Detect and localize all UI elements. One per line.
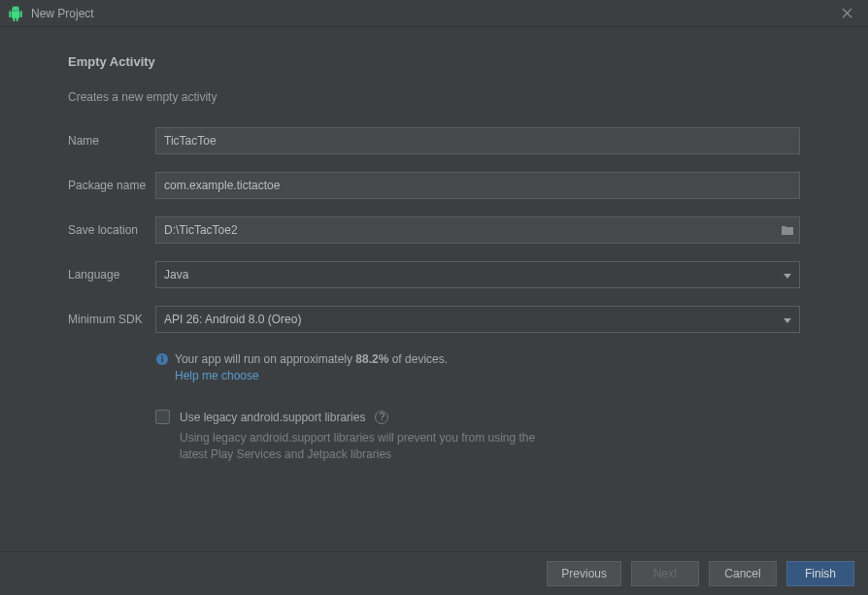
svg-rect-2 (161, 358, 163, 363)
legacy-block: Use legacy android.support libraries ? U… (155, 410, 800, 463)
location-label: Save location (68, 223, 155, 237)
compat-text: Your app will run on approximately 88.2%… (175, 352, 448, 366)
next-button[interactable]: Next (631, 561, 699, 586)
cancel-button[interactable]: Cancel (709, 561, 777, 586)
window-title: New Project (31, 7, 833, 20)
language-value: Java (164, 268, 188, 281)
info-block: Your app will run on approximately 88.2%… (155, 350, 800, 382)
svg-point-1 (161, 355, 163, 357)
legacy-desc: Using legacy android.support libraries w… (180, 430, 558, 463)
name-row: Name (68, 127, 800, 154)
location-row: Save location (68, 216, 800, 244)
folder-icon (781, 224, 794, 236)
info-icon (155, 352, 169, 366)
package-label: Package name (68, 179, 155, 192)
legacy-label: Use legacy android.support libraries (180, 411, 365, 424)
minsdk-select[interactable]: API 26: Android 8.0 (Oreo) (155, 306, 800, 333)
title-bar: New Project (0, 0, 868, 27)
close-icon (842, 8, 852, 18)
language-label: Language (68, 268, 155, 281)
finish-button[interactable]: Finish (786, 561, 854, 586)
chevron-down-icon (784, 313, 791, 326)
help-icon[interactable]: ? (375, 411, 388, 424)
minsdk-row: Minimum SDK API 26: Android 8.0 (Oreo) (68, 306, 800, 333)
name-input[interactable] (155, 127, 800, 154)
package-row: Package name (68, 172, 800, 199)
location-input[interactable] (155, 216, 800, 244)
close-button[interactable] (833, 0, 860, 27)
android-logo-icon (8, 6, 23, 21)
browse-location-button[interactable] (781, 224, 794, 236)
minsdk-value: API 26: Android 8.0 (Oreo) (164, 313, 301, 326)
language-select[interactable]: Java (155, 261, 800, 288)
button-bar: Previous Next Cancel Finish (0, 551, 868, 595)
dialog-content: Empty Activity Creates a new empty activ… (0, 27, 868, 551)
package-input[interactable] (155, 172, 800, 199)
help-me-choose-link[interactable]: Help me choose (175, 369, 259, 382)
page-heading: Empty Activity (68, 54, 800, 69)
language-row: Language Java (68, 261, 800, 288)
name-label: Name (68, 134, 155, 148)
page-subtext: Creates a new empty activity (68, 90, 800, 104)
legacy-checkbox[interactable] (155, 410, 170, 424)
previous-button[interactable]: Previous (547, 561, 621, 586)
chevron-down-icon (784, 268, 791, 281)
minsdk-label: Minimum SDK (68, 313, 155, 326)
